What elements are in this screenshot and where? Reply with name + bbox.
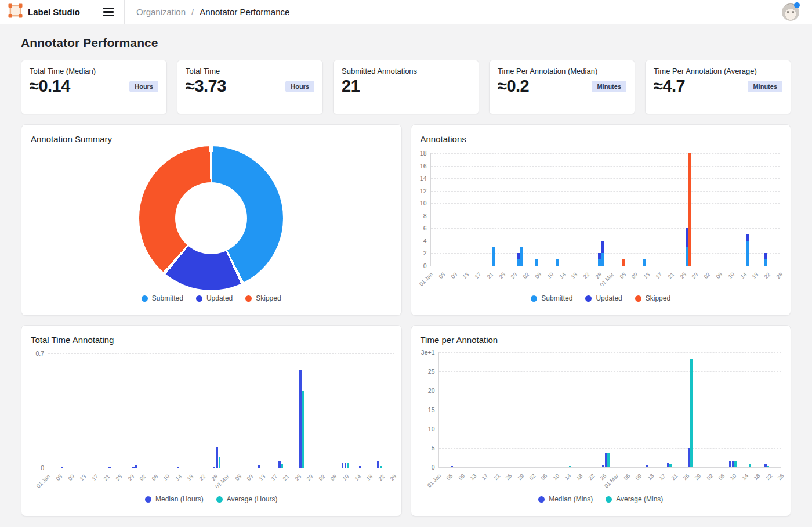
x-axis-tick-label: 26 bbox=[594, 271, 603, 280]
y-axis-tick-label: 0 bbox=[41, 464, 44, 471]
bar bbox=[61, 467, 63, 468]
bar bbox=[380, 466, 382, 468]
legend-dot bbox=[635, 295, 641, 302]
x-axis-tick-label: 25 bbox=[679, 271, 687, 280]
legend-item[interactable]: Skipped bbox=[245, 294, 281, 302]
x-axis-tick-label: 05 bbox=[234, 473, 242, 482]
annotation-summary-donut-chart bbox=[139, 146, 283, 290]
x-axis-tick-label: 10 bbox=[552, 472, 560, 481]
x-axis-tick-label: 17 bbox=[270, 473, 278, 482]
bar bbox=[281, 464, 284, 468]
notification-dot bbox=[794, 2, 800, 8]
total-time-annotating-panel: Total Time Annotating 0.7001 Jan05091317… bbox=[21, 325, 402, 517]
stat-cards-row: Total Time (Median)≈0.14HoursTotal Time≈… bbox=[21, 60, 791, 114]
x-axis-tick-label: 22 bbox=[582, 271, 590, 280]
x-axis-tick-label: 21 bbox=[666, 271, 675, 280]
x-axis-tick-label: 26 bbox=[775, 271, 784, 280]
legend-item[interactable]: Median (Hours) bbox=[145, 495, 204, 503]
legend-label: Average (Mins) bbox=[616, 495, 663, 503]
x-axis-tick-label: 10 bbox=[341, 473, 350, 482]
bar bbox=[299, 370, 302, 468]
bar bbox=[347, 463, 349, 468]
unit-badge: Hours bbox=[129, 81, 158, 92]
x-axis-tick-label: 17 bbox=[658, 472, 666, 481]
x-axis-tick-label: 14 bbox=[174, 473, 183, 482]
x-axis-tick-label: 14 bbox=[353, 473, 362, 482]
bar bbox=[135, 465, 137, 468]
legend-item[interactable]: Skipped bbox=[635, 294, 670, 302]
x-axis-tick-label: 22 bbox=[377, 473, 386, 482]
stat-card-label: Total Time bbox=[186, 67, 314, 75]
y-axis-tick-label: 3e+1 bbox=[421, 349, 435, 356]
time-per-annotation-bar-chart: 3e+1252015105001 Jan05091317212529020610… bbox=[438, 352, 782, 468]
brand[interactable]: Label Studio bbox=[8, 3, 80, 20]
x-axis-tick-label: 09 bbox=[449, 271, 458, 280]
x-axis-tick-label: 26 bbox=[389, 473, 398, 482]
stat-card-value: ≈4.7 bbox=[654, 77, 685, 96]
bar bbox=[764, 259, 767, 266]
hamburger-menu-icon[interactable] bbox=[102, 5, 115, 19]
bar bbox=[688, 448, 690, 467]
breadcrumb-current-page: Annotator Performance bbox=[200, 7, 289, 17]
donut-legend: SubmittedUpdatedSkipped bbox=[21, 294, 401, 302]
x-axis-tick-label: 29 bbox=[305, 473, 314, 482]
x-axis-tick-label: 05 bbox=[618, 271, 627, 280]
bar bbox=[177, 467, 179, 468]
x-axis-tick-label: 18 bbox=[751, 271, 759, 280]
x-axis-tick-label: 21 bbox=[485, 271, 494, 280]
legend-dot bbox=[216, 496, 223, 503]
bar bbox=[764, 464, 767, 467]
time-per-annotation-legend: Median (Mins)Average (Mins) bbox=[411, 495, 791, 503]
legend-label: Skipped bbox=[256, 294, 281, 302]
x-axis-tick-label: 29 bbox=[690, 271, 699, 280]
legend-label: Median (Hours) bbox=[155, 495, 204, 503]
x-axis-tick-label: 02 bbox=[528, 472, 536, 481]
bar bbox=[522, 467, 524, 467]
legend-item[interactable]: Submitted bbox=[531, 294, 572, 302]
x-axis-tick-label: 01 Jan bbox=[418, 271, 434, 287]
user-avatar[interactable] bbox=[782, 3, 799, 21]
x-axis-tick-label: 05 bbox=[437, 271, 446, 280]
stat-card-label: Total Time (Median) bbox=[30, 67, 158, 75]
x-axis-tick-label: 26 bbox=[599, 472, 607, 481]
x-axis-tick-label: 10 bbox=[546, 271, 554, 280]
legend-item[interactable]: Average (Mins) bbox=[606, 495, 663, 503]
annotation-summary-panel: Annotation Summary SubmittedUpdatedSkipp… bbox=[21, 124, 402, 316]
legend-label: Median (Mins) bbox=[549, 495, 593, 503]
x-axis-tick-label: 21 bbox=[492, 472, 501, 481]
legend-item[interactable]: Submitted bbox=[142, 294, 183, 302]
x-axis-tick-label: 29 bbox=[516, 472, 525, 481]
bar bbox=[377, 461, 379, 468]
bar bbox=[749, 464, 752, 467]
x-axis-tick-label: 09 bbox=[457, 472, 466, 481]
bar bbox=[732, 461, 734, 467]
breadcrumb-organization[interactable]: Organization bbox=[136, 7, 186, 17]
x-axis-tick-label: 29 bbox=[510, 271, 519, 280]
bar bbox=[345, 463, 347, 468]
legend-item[interactable]: Average (Hours) bbox=[216, 495, 278, 503]
x-axis-tick-label: 02 bbox=[705, 472, 714, 481]
y-axis-tick-label: 0 bbox=[432, 464, 435, 471]
top-bar: Label Studio Organization / Annotator Pe… bbox=[0, 0, 812, 24]
grid-line bbox=[439, 391, 782, 391]
legend-item[interactable]: Updated bbox=[196, 294, 233, 302]
legend-item[interactable]: Median (Mins) bbox=[538, 495, 593, 503]
grid-line bbox=[48, 353, 394, 354]
x-axis-tick-label: 14 bbox=[741, 472, 749, 481]
grid-line bbox=[431, 166, 781, 167]
x-axis-tick-label: 17 bbox=[473, 271, 482, 280]
bar bbox=[601, 241, 604, 254]
x-axis-tick-label: 22 bbox=[587, 472, 596, 481]
total-time-bar-chart: 0.7001 Jan050913172125290206101418222601… bbox=[48, 353, 394, 468]
bar bbox=[605, 453, 607, 467]
x-axis-tick-label: 14 bbox=[558, 271, 567, 280]
x-axis-tick-label: 22 bbox=[764, 472, 773, 481]
legend-item[interactable]: Updated bbox=[585, 294, 622, 302]
x-axis-tick-label: 06 bbox=[715, 271, 723, 280]
x-axis-tick-label: 06 bbox=[534, 271, 542, 280]
x-axis-tick-label: 18 bbox=[365, 473, 374, 482]
x-axis-tick-label: 09 bbox=[634, 472, 643, 481]
bar bbox=[628, 467, 630, 467]
grid-line bbox=[431, 253, 781, 254]
y-axis-tick-label: 6 bbox=[423, 225, 427, 232]
